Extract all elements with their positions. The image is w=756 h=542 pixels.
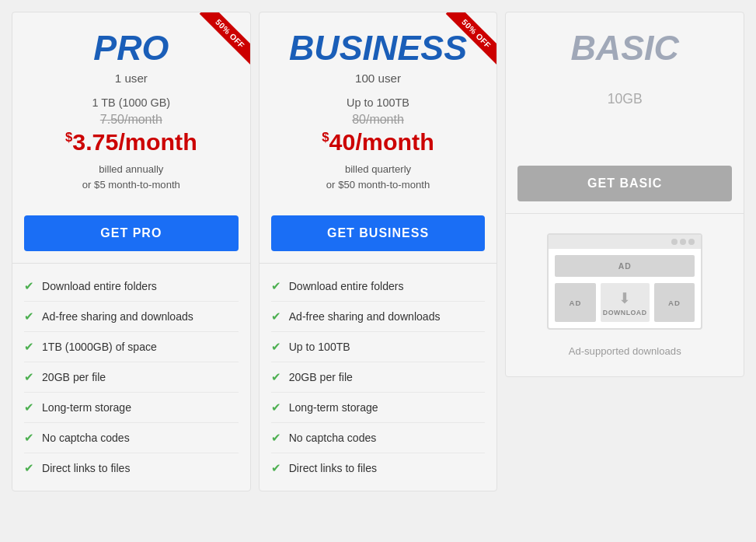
list-item: ✔ 20GB per file — [271, 362, 486, 393]
check-icon: ✔ — [24, 431, 34, 445]
ad-banner: AD — [555, 255, 695, 277]
feature-label: 1TB (1000GB) of space — [42, 341, 157, 353]
business-ribbon-label: 50% OFF — [446, 12, 496, 65]
list-item: ✔ 1TB (1000GB) of space — [24, 332, 239, 362]
basic-title: BASIC — [521, 28, 728, 68]
feature-label: Up to 100TB — [289, 341, 350, 353]
ad-top-bar — [549, 235, 701, 249]
pro-storage: 1 TB (1000 GB) — [28, 96, 235, 109]
pro-old-price: 7.50/month — [28, 113, 235, 127]
business-storage: Up to 100TB — [275, 96, 482, 109]
plans-container: 50% OFF PRO 1 user 1 TB (1000 GB) 7.50/m… — [8, 8, 748, 495]
ad-supported-text: Ad-supported downloads — [517, 341, 732, 369]
basic-header: BASIC 10GB — [506, 12, 744, 166]
get-basic-button: GET BASIC — [517, 166, 732, 201]
business-old-price: 80/month — [275, 113, 482, 127]
basic-storage: 10GB — [521, 91, 728, 107]
list-item: ✔ Direct links to files — [24, 453, 239, 483]
ad-illustration: AD AD ⬇ DOWNLOAD AD — [547, 233, 702, 330]
pro-features: ✔ Download entire folders ✔ Ad-free shar… — [12, 263, 250, 491]
check-icon: ✔ — [271, 370, 281, 384]
basic-features: AD AD ⬇ DOWNLOAD AD Ad-supported downloa… — [506, 213, 744, 376]
plan-card-business: 50% OFF BUSINESS 100 user Up to 100TB 80… — [259, 12, 498, 491]
ad-dot — [671, 239, 678, 245]
business-billing: billed quarterlyor $50 month-to-month — [275, 162, 482, 192]
list-item: ✔ Download entire folders — [271, 271, 486, 302]
business-header: 50% OFF BUSINESS 100 user Up to 100TB 80… — [260, 12, 497, 215]
list-item: ✔ Up to 100TB — [271, 332, 486, 362]
pro-header: 50% OFF PRO 1 user 1 TB (1000 GB) 7.50/m… — [12, 12, 250, 215]
feature-label: Ad-free sharing and downloads — [42, 310, 193, 323]
feature-label: Long-term storage — [289, 401, 378, 414]
list-item: ✔ No captcha codes — [271, 423, 486, 453]
feature-label: Ad-free sharing and downloads — [289, 310, 441, 323]
pro-new-price: $3.75/month — [28, 128, 235, 156]
check-icon: ✔ — [24, 309, 34, 323]
check-icon: ✔ — [24, 461, 34, 475]
list-item: ✔ No captcha codes — [24, 423, 239, 453]
ad-dot — [680, 239, 686, 245]
list-item: ✔ Long-term storage — [271, 393, 486, 423]
check-icon: ✔ — [24, 279, 34, 293]
ad-side-right: AD — [654, 283, 695, 322]
list-item: ✔ Direct links to files — [271, 453, 486, 483]
check-icon: ✔ — [271, 431, 281, 445]
ad-side-left: AD — [555, 283, 596, 322]
download-icon: ⬇ — [618, 289, 631, 307]
business-price-main: 40/month — [329, 128, 434, 155]
get-business-button[interactable]: GET BUSINESS — [271, 215, 486, 251]
get-pro-button[interactable]: GET PRO — [24, 215, 239, 251]
check-icon: ✔ — [24, 400, 34, 414]
check-icon: ✔ — [271, 309, 281, 323]
feature-label: Direct links to files — [289, 462, 377, 474]
feature-label: No captcha codes — [42, 432, 130, 444]
list-item: ✔ Ad-free sharing and downloads — [24, 302, 239, 332]
plan-card-pro: 50% OFF PRO 1 user 1 TB (1000 GB) 7.50/m… — [12, 12, 251, 491]
feature-label: Direct links to files — [42, 462, 130, 474]
feature-label: No captcha codes — [289, 432, 377, 444]
feature-label: 20GB per file — [289, 371, 353, 383]
check-icon: ✔ — [271, 461, 281, 475]
feature-label: Download entire folders — [42, 280, 157, 292]
feature-label: 20GB per file — [42, 371, 106, 383]
business-price-sup: $ — [322, 130, 329, 145]
download-label: DOWNLOAD — [603, 309, 647, 316]
pro-price-sup: $ — [65, 130, 72, 145]
check-icon: ✔ — [271, 279, 281, 293]
business-new-price: $40/month — [275, 128, 482, 156]
pro-billing: billed annuallyor $5 month-to-month — [28, 162, 235, 192]
feature-label: Download entire folders — [289, 280, 404, 292]
check-icon: ✔ — [271, 340, 281, 354]
ad-row: AD ⬇ DOWNLOAD AD — [555, 283, 695, 322]
list-item: ✔ Long-term storage — [24, 393, 239, 423]
list-item: ✔ Ad-free sharing and downloads — [271, 302, 486, 332]
ad-center: ⬇ DOWNLOAD — [601, 283, 650, 322]
list-item: ✔ 20GB per file — [24, 362, 239, 393]
pro-ribbon: 50% OFF — [188, 12, 250, 75]
check-icon: ✔ — [24, 340, 34, 354]
check-icon: ✔ — [24, 370, 34, 384]
business-features: ✔ Download entire folders ✔ Ad-free shar… — [260, 263, 497, 491]
pro-ribbon-label: 50% OFF — [199, 12, 249, 65]
pro-price-main: 3.75/month — [72, 128, 197, 155]
ad-dot — [688, 239, 695, 245]
plan-card-basic: BASIC 10GB GET BASIC AD AD ⬇ DOWNLOAD — [505, 12, 744, 377]
feature-label: Long-term storage — [42, 401, 131, 414]
business-ribbon: 50% OFF — [434, 12, 496, 75]
list-item: ✔ Download entire folders — [24, 271, 239, 302]
check-icon: ✔ — [271, 400, 281, 414]
